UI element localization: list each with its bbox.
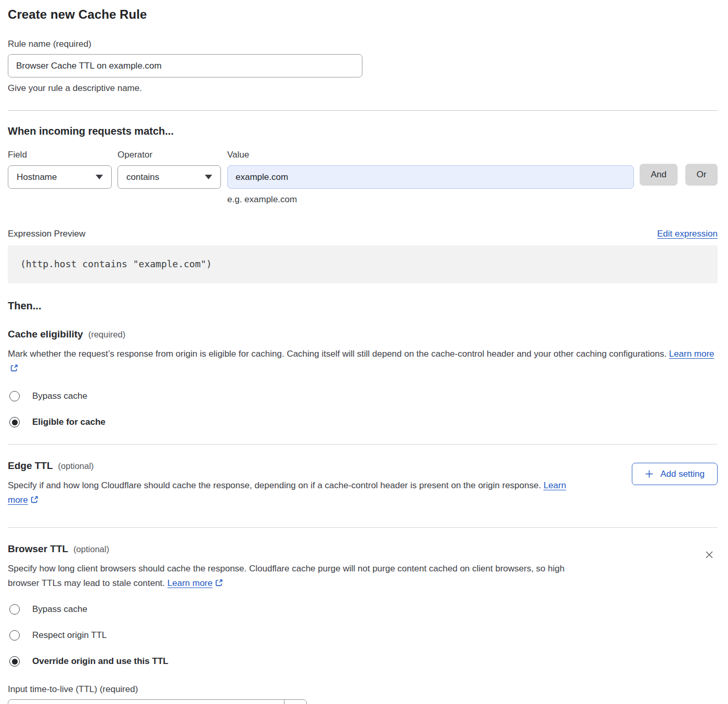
close-icon[interactable] bbox=[701, 543, 718, 566]
browser-ttl-title: Browser TTL bbox=[8, 543, 68, 555]
description-text: Mark whether the request’s response from… bbox=[8, 349, 667, 359]
section-divider bbox=[8, 110, 718, 111]
expression-header: Expression Preview Edit expression bbox=[8, 229, 718, 239]
radio-bypass-cache[interactable]: Bypass cache bbox=[8, 604, 718, 615]
page-title: Create new Cache Rule bbox=[8, 7, 718, 22]
external-link-icon bbox=[30, 494, 38, 509]
cache-eligibility-description: Mark whether the request’s response from… bbox=[8, 347, 718, 377]
edge-ttl-title: Edge TTL bbox=[8, 460, 53, 472]
browser-ttl-title-row: Browser TTL (optional) bbox=[8, 543, 701, 555]
then-heading: Then... bbox=[8, 300, 718, 312]
cache-eligibility-title-row: Cache eligibility (required) bbox=[8, 329, 718, 340]
radio-label: Respect origin TTL bbox=[32, 630, 107, 641]
expression-preview-label: Expression Preview bbox=[8, 229, 85, 239]
add-setting-button[interactable]: Add setting bbox=[632, 463, 718, 485]
value-helper: e.g. example.com bbox=[227, 194, 634, 205]
value-label: Value bbox=[227, 150, 634, 160]
cache-eligibility-title: Cache eligibility bbox=[8, 329, 83, 340]
radio-circle-icon bbox=[9, 604, 20, 615]
radio-eligible-for-cache[interactable]: Eligible for cache bbox=[8, 417, 718, 427]
description-text: Specify how long client browsers should … bbox=[8, 564, 565, 588]
chevron-down-icon bbox=[96, 175, 103, 179]
section-divider bbox=[8, 527, 718, 528]
radio-circle-icon bbox=[9, 630, 20, 641]
rule-name-label: Rule name (required) bbox=[8, 39, 718, 49]
field-label: Field bbox=[8, 150, 112, 160]
cache-eligibility-section: Cache eligibility (required) Mark whethe… bbox=[8, 329, 718, 427]
edge-ttl-content: Edge TTL (optional) Specify if and how l… bbox=[8, 460, 632, 509]
optional-note: (optional) bbox=[73, 544, 109, 554]
field-select[interactable]: Hostname bbox=[8, 165, 112, 189]
chevron-down-icon bbox=[284, 700, 306, 704]
radio-label: Bypass cache bbox=[32, 391, 87, 401]
edge-ttl-title-row: Edge TTL (optional) bbox=[8, 460, 632, 472]
radio-circle-icon bbox=[9, 656, 20, 667]
required-note: (required) bbox=[88, 330, 126, 340]
radio-label: Override origin and use this TTL bbox=[32, 656, 168, 667]
or-button[interactable]: Or bbox=[685, 164, 718, 186]
expression-code: (http.host contains "example.com") bbox=[8, 245, 718, 283]
description-text: Specify if and how long Cloudflare shoul… bbox=[8, 480, 541, 490]
radio-circle-icon bbox=[9, 391, 20, 401]
value-input[interactable] bbox=[227, 165, 634, 189]
radio-respect-origin-ttl[interactable]: Respect origin TTL bbox=[8, 630, 718, 641]
edge-ttl-description: Specify if and how long Cloudflare shoul… bbox=[8, 478, 575, 509]
browser-ttl-radio-group: Bypass cache Respect origin TTL Override… bbox=[8, 604, 718, 667]
field-column: Field Hostname bbox=[8, 150, 112, 189]
operator-select[interactable]: contains bbox=[118, 165, 221, 189]
add-setting-label: Add setting bbox=[660, 469, 705, 479]
match-row: Field Hostname Operator contains Value e… bbox=[8, 150, 718, 205]
learn-more-link[interactable]: Learn more bbox=[669, 349, 714, 359]
learn-more-link[interactable]: Learn more bbox=[167, 578, 213, 588]
operator-select-value: contains bbox=[126, 172, 159, 182]
edit-expression-link[interactable]: Edit expression bbox=[657, 229, 718, 239]
rule-name-helper: Give your rule a descriptive name. bbox=[8, 83, 718, 94]
operator-column: Operator contains bbox=[118, 150, 221, 189]
edge-ttl-section: Edge TTL (optional) Specify if and how l… bbox=[8, 460, 718, 509]
radio-bypass-cache[interactable]: Bypass cache bbox=[8, 391, 718, 401]
value-column: Value e.g. example.com bbox=[227, 150, 634, 205]
ttl-input-section: Input time-to-live (TTL) (required) 1 da… bbox=[8, 684, 718, 704]
ttl-select[interactable]: 1 day bbox=[8, 699, 307, 704]
radio-label: Bypass cache bbox=[32, 604, 87, 615]
plus-icon bbox=[645, 470, 654, 478]
optional-note: (optional) bbox=[58, 461, 94, 471]
rule-name-input[interactable] bbox=[8, 54, 362, 77]
rule-name-section: Rule name (required) Give your rule a de… bbox=[8, 39, 718, 94]
field-select-value: Hostname bbox=[17, 172, 57, 182]
radio-circle-icon bbox=[9, 417, 20, 427]
external-link-icon bbox=[215, 577, 223, 592]
operator-label: Operator bbox=[118, 150, 221, 160]
and-button[interactable]: And bbox=[640, 164, 678, 186]
radio-label: Eligible for cache bbox=[32, 417, 106, 427]
ttl-label: Input time-to-live (TTL) (required) bbox=[8, 684, 718, 695]
external-link-icon bbox=[10, 362, 18, 377]
radio-override-origin-ttl[interactable]: Override origin and use this TTL bbox=[8, 656, 718, 667]
browser-ttl-section-head: Browser TTL (optional) Specify how long … bbox=[8, 543, 718, 592]
browser-ttl-description: Specify how long client browsers should … bbox=[8, 562, 575, 592]
cache-eligibility-radio-group: Bypass cache Eligible for cache bbox=[8, 391, 718, 427]
match-heading: When incoming requests match... bbox=[8, 125, 718, 137]
browser-ttl-content: Browser TTL (optional) Specify how long … bbox=[8, 543, 701, 592]
ttl-select-value: 1 day bbox=[8, 700, 284, 704]
section-divider bbox=[8, 444, 718, 445]
chevron-down-icon bbox=[205, 175, 212, 179]
